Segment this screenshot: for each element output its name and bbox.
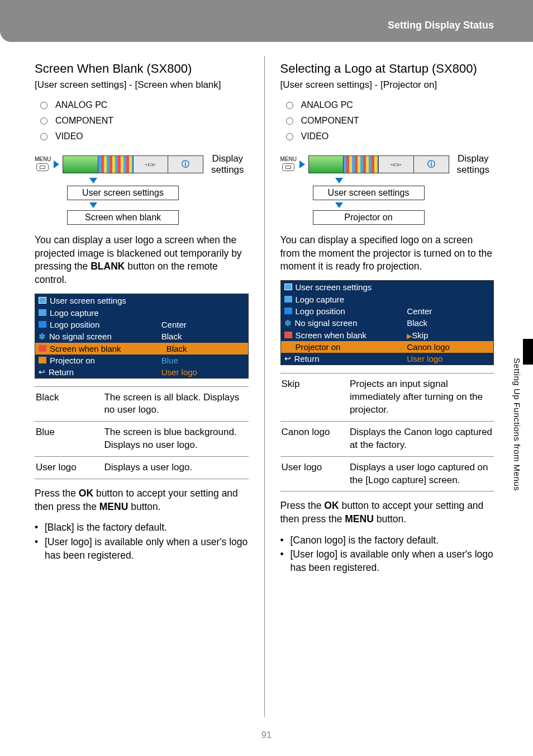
osd-value: Canon logo [407, 342, 490, 352]
osd-label: Logo position [296, 306, 345, 316]
text: button. [128, 501, 160, 512]
left-breadcrumb: [User screen settings] - [Screen when bl… [35, 79, 249, 91]
osd-label: Screen when blank [296, 330, 367, 340]
radio-icon [40, 117, 47, 125]
radio-video: VIDEO [286, 130, 494, 143]
blank-icon [284, 332, 292, 338]
table-row: BlueThe screen is blue background. Displ… [35, 422, 249, 457]
grid-icon [39, 321, 46, 328]
arrow-down-icon [335, 178, 343, 183]
note-item: [Black] is the factory default. [35, 521, 249, 535]
tab-2-icon [344, 156, 379, 173]
option-key: Skip [280, 373, 349, 421]
radio-analog-pc: ANALOG PC [286, 98, 494, 112]
osd-label: No signal screen [295, 318, 358, 328]
menu-icon: MENU [35, 157, 50, 172]
text: button. [374, 513, 406, 525]
osd-label: Return [49, 367, 74, 377]
column-divider [264, 56, 265, 717]
radio-icon [286, 102, 293, 109]
star-icon: ✽ [284, 318, 292, 328]
menu-label-small: MENU [35, 156, 51, 162]
left-menu-flow: MENU ◦▭◦ ⓘ Display settings User screen … [35, 153, 249, 225]
tab-1-icon [63, 156, 98, 173]
right-breadcrumb: [User screen settings] - [Projector on] [280, 79, 494, 91]
radio-analog-pc: ANALOG PC [40, 98, 249, 112]
tab-1-icon [309, 156, 344, 173]
radio-label: ANALOG PC [55, 98, 107, 112]
osd-row: Projector onBlue [35, 355, 248, 366]
keyword-menu: MENU [99, 501, 129, 512]
osd-header: User screen settings [281, 281, 494, 294]
arrow-down-icon [89, 178, 97, 183]
arrow-down-icon [335, 202, 343, 208]
osd-header-text: User screen settings [296, 282, 372, 292]
display-settings-label: Display settings [453, 153, 494, 176]
osd-label: Return [294, 354, 320, 363]
right-options-table: SkipProjects an input signal immediately… [280, 373, 494, 492]
osd-value: User logo [161, 367, 245, 377]
osd-row: Logo positionCenter [35, 319, 248, 330]
header-label: Setting Display Status [388, 20, 494, 31]
flow-box-1: User screen settings [313, 186, 425, 200]
tab-2-icon [98, 156, 134, 173]
osd-label: Projector on [50, 356, 95, 365]
note-item: [User logo] is available only when a use… [35, 536, 249, 562]
left-footer-para: Press the OK button to accept your setti… [35, 487, 249, 513]
option-desc: Projects an input signal immediately aft… [349, 373, 494, 421]
keyword-menu: MENU [345, 513, 374, 525]
left-para-1: You can display a user logo a screen whe… [35, 234, 249, 287]
text: Press the [35, 488, 79, 499]
left-title: Screen When Blank (SX800) [35, 62, 249, 76]
menu-label-small: MENU [280, 156, 297, 162]
flow-box-2: Screen when blank [67, 210, 179, 225]
grid-icon [284, 308, 292, 314]
osd-row: Logo positionCenter [281, 305, 494, 317]
osd-value: ▶Skip [407, 330, 490, 340]
osd-label: Logo position [50, 320, 99, 329]
display-settings-label: Display settings [207, 153, 249, 176]
right-menu-flow: MENU ◦▭◦ ⓘ Display settings User screen … [280, 153, 494, 225]
osd-row-highlight: Screen when blank▶Black [35, 343, 248, 355]
option-desc: The screen is all black. Displays no use… [103, 386, 248, 422]
tab-3-icon: ◦▭◦ [134, 156, 169, 173]
table-row: BlackThe screen is all black. Displays n… [35, 386, 249, 422]
table-row: User logoDisplays a user logo. [35, 457, 249, 479]
left-osd: User screen settings Logo capture Logo p… [35, 294, 249, 379]
arrow-right-icon [299, 160, 305, 168]
side-tab-mark [523, 339, 533, 365]
radio-label: VIDEO [55, 130, 83, 143]
right-radio-list: ANALOG PC COMPONENT VIDEO [286, 98, 494, 143]
text: Press the [280, 500, 325, 511]
tab-bar: ◦▭◦ ⓘ [63, 155, 203, 173]
radio-label: COMPONENT [301, 114, 359, 127]
osd-label: Screen when blank [50, 344, 121, 353]
table-row: User logoDisplays a user logo captured o… [280, 456, 494, 492]
option-desc: Displays a user logo captured on the [Lo… [349, 456, 494, 492]
return-icon: ↩ [39, 367, 45, 376]
radio-icon [286, 117, 293, 125]
osd-value: Blue [161, 356, 245, 365]
tab-3-icon: ◦▭◦ [379, 156, 414, 173]
play-icon: ▶ [161, 346, 166, 353]
star-icon: ✽ [39, 332, 46, 342]
window-icon [284, 284, 292, 290]
osd-value: Center [407, 306, 490, 316]
osd-row: ✽No signal screenBlack [35, 330, 248, 343]
projector-icon [284, 343, 292, 350]
osd-row-return: ↩ReturnUser logo [35, 366, 248, 378]
arrow-right-icon [54, 160, 59, 168]
right-notes: [Canon logo] is the factory default. [Us… [280, 534, 494, 575]
tab-bar: ◦▭◦ ⓘ [308, 155, 449, 173]
radio-component: COMPONENT [286, 114, 494, 127]
right-para-1: You can display a specified logo on a sc… [280, 234, 494, 273]
content-columns: Screen When Blank (SX800) [User screen s… [35, 56, 494, 717]
page: Setting Display Status Setting Up Functi… [0, 0, 533, 756]
play-icon: ▶ [407, 332, 412, 340]
radio-icon [40, 102, 47, 109]
option-key: Black [35, 386, 103, 422]
return-icon: ↩ [284, 354, 291, 363]
page-number: 91 [0, 730, 533, 740]
option-desc: Displays the Canon logo captured at the … [349, 421, 494, 456]
tab-4-icon: ⓘ [168, 156, 203, 173]
